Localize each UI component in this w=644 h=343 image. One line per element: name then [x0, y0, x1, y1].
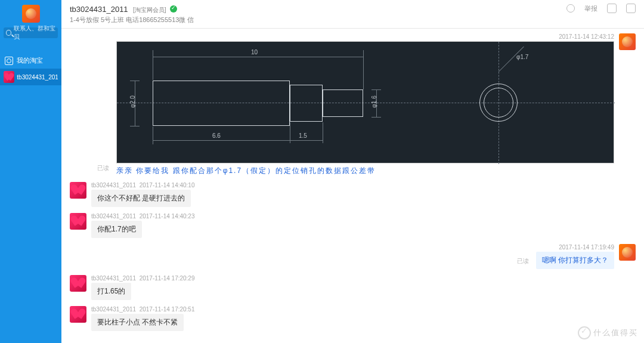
dim-circle: φ1.7 [516, 54, 528, 60]
sender-name: tb3024431_2011 [91, 306, 136, 313]
watermark: 什么值得买 [578, 326, 638, 339]
message-bubble: 要比柱子小点 不然卡不紧 [91, 314, 184, 331]
avatar-them [70, 182, 86, 199]
message-time: 2017-11-14 14:40:10 [140, 182, 195, 189]
read-status: 已读 [97, 164, 109, 172]
chat-header: tb3024431_2011 [淘宝网会员] 1-4号放假 5号上班 电话186… [61, 0, 644, 29]
avatar-me [619, 33, 636, 50]
report-button[interactable]: 举报 [584, 4, 597, 13]
message-bubble: 你配1.7的吧 [91, 221, 142, 238]
message-time: 2017-11-14 17:19:49 [536, 244, 614, 251]
app-logo [22, 5, 40, 23]
message-row: tb3024431_2011 2017-11-14 17:20:29 打1.65… [70, 275, 636, 300]
verified-icon [170, 5, 177, 13]
message-time: 2017-11-14 12:43:12 [116, 33, 614, 40]
read-status: 已读 [517, 257, 529, 265]
message-row: 2017-11-14 12:43:12 [70, 33, 636, 176]
message-time: 2017-11-14 17:20:29 [140, 275, 195, 282]
section-label: 我的淘宝 [17, 56, 43, 65]
contact-subtitle: 1-4号放假 5号上班 电话18665255513微 信 [70, 16, 194, 24]
more-icon[interactable] [626, 4, 636, 13]
sidebar-search[interactable]: 联系人、群和宝贝 [4, 27, 58, 38]
store-icon [5, 57, 13, 65]
search-placeholder: 联系人、群和宝贝 [14, 24, 55, 41]
message-bubble: 嗯啊 你打算打多大？ [536, 252, 614, 269]
avatar-me [619, 244, 636, 261]
dim-step: 1.5 [299, 132, 307, 139]
contact-label: tb3024431_2011 [17, 74, 58, 81]
message-bubble: 你这个不好配 是硬打进去的 [91, 190, 191, 207]
dim-main: 6.6 [212, 132, 221, 139]
dim-length: 10 [251, 49, 258, 55]
dim-dia-right: φ1.6 [371, 95, 377, 107]
sender-name: tb3024431_2011 [91, 213, 136, 220]
message-row: tb3024431_2011 2017-11-14 14:40:10 你这个不好… [70, 182, 636, 207]
sender-name: tb3024431_2011 [91, 182, 136, 189]
sidebar-item-contact[interactable]: tb3024431_2011 [0, 69, 61, 85]
contact-tag: [淘宝网会员] [133, 7, 166, 13]
avatar-them [70, 306, 86, 323]
avatar-icon [4, 71, 14, 83]
cad-drawing[interactable]: 10 6.6 1.5 φ2.0 [116, 41, 614, 163]
message-row: tb3024431_2011 2017-11-14 17:20:51 要比柱子小… [70, 306, 636, 331]
message-time: 2017-11-14 14:40:23 [140, 213, 195, 220]
avatar-them [70, 275, 86, 292]
message-time: 2017-11-14 17:20:51 [140, 306, 195, 313]
thumb-icon [578, 326, 591, 339]
watermark-text: 什么值得买 [593, 327, 638, 338]
sidebar-section-mytaobao[interactable]: 我的淘宝 [0, 52, 61, 69]
image-caption: 亲亲 你要给我 跟你配合那个φ1.7（假定）的定位销孔的数据跟公差带 [116, 166, 614, 176]
person-icon[interactable] [566, 4, 575, 13]
search-icon [6, 30, 11, 36]
message-row: 2017-11-14 17:19:49 嗯啊 你打算打多大？ 已读 [70, 244, 636, 269]
dim-dia-left: φ2.0 [129, 95, 136, 107]
chat-area: 2017-11-14 12:43:12 [61, 29, 644, 343]
avatar-them [70, 213, 86, 230]
message-bubble: 打1.65的 [91, 283, 131, 300]
contact-name: tb3024431_2011 [70, 5, 128, 14]
archive-icon[interactable] [607, 4, 617, 13]
sender-name: tb3024431_2011 [91, 275, 136, 282]
message-row: tb3024431_2011 2017-11-14 14:40:23 你配1.7… [70, 213, 636, 238]
